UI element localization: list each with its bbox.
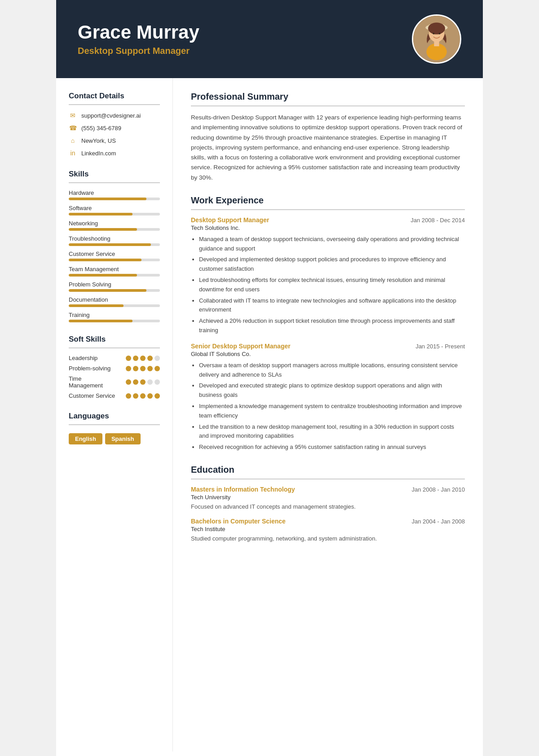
soft-skill-item: TimeManagement (69, 375, 160, 389)
job-item: Senior Desktop Support Manager Jan 2015 … (191, 343, 465, 452)
skill-item: Hardware (69, 189, 160, 200)
job-bullet: Achieved a 20% reduction in support tick… (199, 316, 465, 335)
contact-value: (555) 345-6789 (81, 125, 121, 132)
soft-skill-name: TimeManagement (69, 375, 126, 389)
skill-dot (155, 356, 160, 361)
contact-divider (69, 104, 160, 105)
skill-dot (155, 379, 160, 385)
soft-skill-dots (126, 393, 160, 399)
skill-dot (126, 366, 131, 371)
skill-name: Problem Solving (69, 281, 160, 288)
soft-skill-name: Customer Service (69, 392, 126, 399)
skill-bar (69, 243, 160, 246)
skill-item: Problem Solving (69, 281, 160, 292)
skill-dot (147, 393, 153, 399)
soft-skill-name: Problem-solving (69, 365, 126, 372)
skill-dot (133, 356, 138, 361)
skills-divider (69, 182, 160, 183)
job-date: Jan 2015 - Present (415, 343, 465, 350)
linkedin-icon: in (69, 149, 77, 157)
skill-item: Documentation (69, 296, 160, 307)
skill-dot (133, 379, 138, 385)
skill-dot (140, 356, 146, 361)
soft-skill-item: Problem-solving (69, 365, 160, 372)
contact-list: ✉ support@cvdesigner.ai ☎ (555) 345-6789… (69, 111, 160, 157)
contact-item: in LinkedIn.com (69, 149, 160, 157)
soft-skills-title: Soft Skills (69, 335, 160, 344)
job-bullet: Led troubleshooting efforts for complex … (199, 276, 465, 294)
skill-dot (126, 356, 131, 361)
edu-school: Tech Institute (191, 526, 465, 532)
resume-wrapper: Grace Murray Desktop Support Manager (56, 0, 483, 756)
skill-dot (140, 366, 146, 371)
contact-value: NewYork, US (81, 137, 116, 144)
soft-skill-dots (126, 366, 160, 371)
skill-item: Software (69, 205, 160, 215)
skill-bar-fill (69, 320, 133, 322)
edu-date: Jan 2004 - Jan 2008 (411, 518, 465, 525)
edu-school: Tech University (191, 494, 465, 501)
contact-item: ⌂ NewYork, US (69, 136, 160, 145)
skill-dot (140, 393, 146, 399)
skill-item: Networking (69, 220, 160, 231)
skill-dot (133, 366, 138, 371)
skill-bar-fill (69, 243, 151, 246)
summary-section: Professional Summary Results-driven Desk… (191, 92, 465, 183)
edu-date: Jan 2008 - Jan 2010 (411, 486, 465, 493)
email-icon: ✉ (69, 111, 77, 119)
languages-list: EnglishSpanish (69, 431, 160, 444)
contact-section: Contact Details ✉ support@cvdesigner.ai … (69, 92, 160, 157)
contact-item: ☎ (555) 345-6789 (69, 124, 160, 132)
job-bullet: Implemented a knowledge management syste… (199, 402, 465, 421)
contact-value: LinkedIn.com (81, 150, 116, 157)
skill-bar-fill (69, 228, 137, 231)
skill-item: Customer Service (69, 251, 160, 261)
skill-dot (140, 379, 146, 385)
skill-bar-fill (69, 198, 146, 200)
soft-skills-divider (69, 347, 160, 348)
job-header: Senior Desktop Support Manager Jan 2015 … (191, 343, 465, 350)
soft-skill-name: Leadership (69, 355, 126, 361)
soft-skill-item: Customer Service (69, 392, 160, 399)
education-list: Masters in Information Technology Jan 20… (191, 486, 465, 543)
skill-dot (147, 379, 153, 385)
header-section: Grace Murray Desktop Support Manager (56, 0, 483, 78)
languages-title: Languages (69, 412, 160, 421)
soft-skill-dots (126, 356, 160, 361)
edu-header: Bachelors in Computer Science Jan 2004 -… (191, 518, 465, 525)
job-company: Tech Solutions Inc. (191, 224, 465, 231)
skill-dot (147, 356, 153, 361)
skill-dot (155, 393, 160, 399)
svg-point-5 (433, 33, 434, 35)
soft-skills-section: Soft Skills Leadership Problem-solving T… (69, 335, 160, 399)
sidebar: Contact Details ✉ support@cvdesigner.ai … (56, 78, 173, 752)
phone-icon: ☎ (69, 124, 77, 132)
edu-degree: Masters in Information Technology (191, 486, 295, 493)
skill-name: Networking (69, 220, 160, 227)
skill-name: Troubleshooting (69, 235, 160, 242)
languages-section: Languages EnglishSpanish (69, 412, 160, 444)
skill-name: Hardware (69, 189, 160, 196)
skill-bar-fill (69, 274, 137, 277)
job-title: Senior Desktop Support Manager (191, 343, 291, 350)
language-badge: Spanish (105, 433, 141, 444)
header-left: Grace Murray Desktop Support Manager (78, 22, 199, 56)
jobs-list: Desktop Support Manager Jan 2008 - Dec 2… (191, 216, 465, 452)
education-title: Education (191, 465, 465, 475)
skill-item: Team Management (69, 266, 160, 277)
skill-name: Software (69, 205, 160, 211)
contact-value: support@cvdesigner.ai (81, 112, 141, 119)
contact-item: ✉ support@cvdesigner.ai (69, 111, 160, 119)
work-experience-title: Work Experience (191, 195, 465, 206)
job-title: Desktop Support Manager (191, 216, 269, 224)
job-bullet: Received recognition for achieving a 95%… (199, 443, 465, 452)
skill-bar (69, 213, 160, 215)
svg-rect-8 (434, 41, 439, 46)
skill-bar (69, 274, 160, 277)
contact-section-title: Contact Details (69, 92, 160, 101)
soft-skill-dots (126, 379, 160, 385)
languages-divider (69, 424, 160, 425)
resume-body: Contact Details ✉ support@cvdesigner.ai … (56, 78, 483, 752)
education-item: Bachelors in Computer Science Jan 2004 -… (191, 518, 465, 543)
skill-bar-fill (69, 259, 141, 261)
